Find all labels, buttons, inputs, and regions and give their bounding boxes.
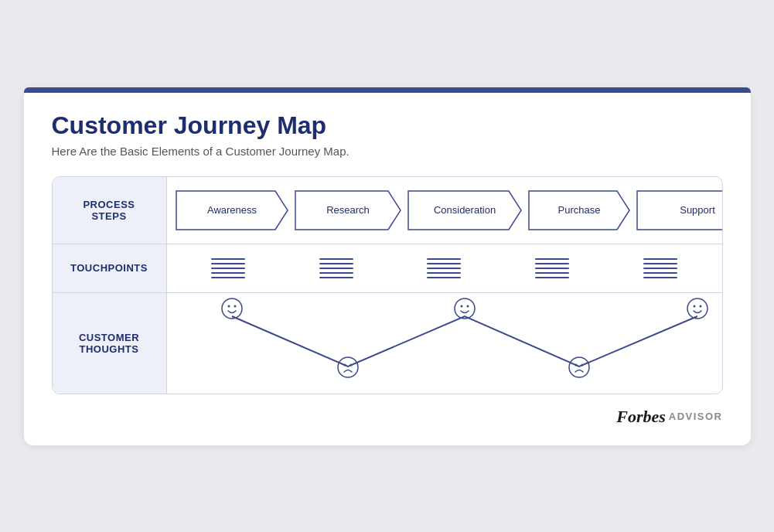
svg-text:Purchase: Purchase: [557, 204, 600, 216]
touchpoint-2: [319, 258, 353, 278]
svg-point-10: [349, 363, 352, 366]
step-consideration: Consideration: [408, 191, 521, 230]
svg-point-17: [687, 298, 708, 319]
svg-point-19: [699, 305, 701, 307]
svg-point-15: [575, 363, 577, 366]
touchpoint-3: [427, 258, 461, 278]
smiley-awareness-happy: [222, 298, 242, 319]
touchpoint-1: [211, 258, 245, 278]
touchpoints-label: TOUCHPOINTS: [53, 244, 167, 292]
svg-point-12: [460, 305, 462, 307]
emotion-line: [232, 316, 697, 367]
main-card: Customer Journey Map Here Are the Basic …: [24, 87, 751, 445]
top-accent: [24, 87, 751, 93]
svg-point-9: [343, 363, 346, 366]
touchpoints-content: [167, 244, 722, 292]
customer-thoughts-content: [167, 293, 723, 394]
svg-text:Research: Research: [326, 204, 370, 216]
page-subtitle: Here Are the Basic Elements of a Custome…: [52, 145, 723, 158]
svg-point-7: [234, 305, 236, 307]
svg-point-6: [227, 305, 230, 307]
svg-text:Awareness: Awareness: [206, 204, 257, 216]
touchpoint-5: [643, 258, 677, 278]
touchpoints-row: TOUCHPOINTS: [53, 244, 722, 293]
svg-text:Support: Support: [680, 204, 715, 216]
step-purchase: Purchase: [529, 191, 629, 230]
footer: Forbes ADVISOR: [52, 407, 723, 427]
svg-point-5: [222, 298, 242, 319]
step-support: Support: [637, 191, 723, 230]
steps-svg: Awareness Research Consideration: [173, 188, 723, 233]
svg-point-18: [693, 305, 695, 307]
touchpoint-4: [535, 258, 569, 278]
forbes-logo: Forbes: [616, 407, 666, 427]
journey-table: PROCESSSTEPS Awareness Research: [52, 176, 723, 394]
svg-text:Consideration: Consideration: [433, 204, 495, 216]
thoughts-svg: [173, 293, 723, 394]
step-awareness: Awareness: [176, 191, 288, 230]
process-steps-row: PROCESSSTEPS Awareness Research: [53, 177, 722, 244]
customer-thoughts-row: CUSTOMERTHOUGHTS: [53, 293, 722, 394]
svg-point-16: [581, 363, 583, 366]
page-title: Customer Journey Map: [52, 111, 723, 140]
step-research: Research: [295, 191, 401, 230]
svg-point-13: [466, 305, 469, 307]
advisor-label: ADVISOR: [669, 411, 723, 422]
process-steps-content: Awareness Research Consideration: [167, 177, 723, 244]
smiley-support-happy: [687, 298, 708, 319]
customer-thoughts-label: CUSTOMERTHOUGHTS: [53, 293, 167, 394]
process-steps-label: PROCESSSTEPS: [53, 177, 167, 244]
